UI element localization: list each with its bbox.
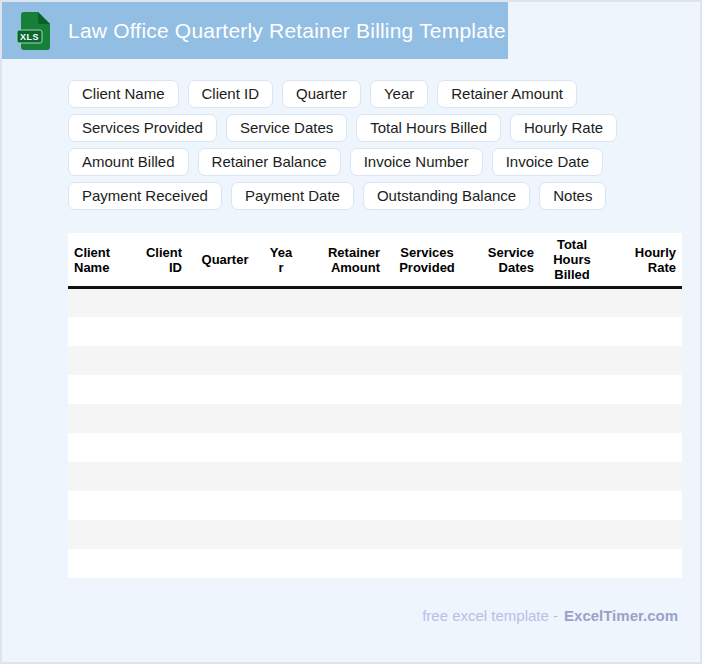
table-cell: [136, 491, 188, 520]
chip-client-id[interactable]: Client ID: [188, 80, 274, 108]
table-cell: [604, 491, 682, 520]
table-cell: [468, 433, 540, 462]
table-row: [68, 317, 682, 346]
table-cell: [540, 375, 604, 404]
table-row: [68, 491, 682, 520]
table-cell: [68, 549, 136, 578]
column-header-services-provided: Services Provided: [386, 233, 468, 288]
table-cell: [188, 491, 262, 520]
table-cell: [68, 404, 136, 433]
table-cell: [262, 491, 300, 520]
table-row: [68, 462, 682, 491]
table-cell: [468, 462, 540, 491]
table-cell: [540, 549, 604, 578]
chip-quarter[interactable]: Quarter: [282, 80, 361, 108]
table-cell: [604, 462, 682, 491]
table-cell: [136, 462, 188, 491]
table-cell: [300, 491, 386, 520]
chip-hourly-rate[interactable]: Hourly Rate: [510, 114, 617, 142]
table-cell: [604, 520, 682, 549]
table-cell: [468, 549, 540, 578]
table-cell: [300, 462, 386, 491]
table-row: [68, 404, 682, 433]
xls-icon-label: XLS: [20, 32, 39, 42]
title-bar: XLS Law Office Quarterly Retainer Billin…: [2, 2, 508, 59]
chip-invoice-date[interactable]: Invoice Date: [492, 148, 603, 176]
table-cell: [300, 317, 386, 346]
table-cell: [386, 288, 468, 317]
footer-text: free excel template -: [422, 607, 558, 624]
column-header-quarter: Quarter: [188, 233, 262, 288]
chip-outstanding-balance[interactable]: Outstanding Balance: [363, 182, 530, 210]
table-row: [68, 375, 682, 404]
column-header-service-dates: Service Dates: [468, 233, 540, 288]
chip-total-hours-billed[interactable]: Total Hours Billed: [356, 114, 501, 142]
table-header: Client NameClient IDQuarterYearRetainer …: [68, 233, 682, 288]
column-header-total-hours-billed: Total Hours Billed: [540, 233, 604, 288]
table-cell: [604, 433, 682, 462]
table-cell: [68, 317, 136, 346]
chip-year[interactable]: Year: [370, 80, 428, 108]
table-cell: [386, 462, 468, 491]
chip-invoice-number[interactable]: Invoice Number: [350, 148, 483, 176]
table-cell: [262, 288, 300, 317]
table-body: [68, 288, 682, 578]
table-cell: [604, 288, 682, 317]
table-cell: [468, 375, 540, 404]
table-cell: [188, 317, 262, 346]
table-row: [68, 520, 682, 549]
table-cell: [540, 288, 604, 317]
table-cell: [68, 433, 136, 462]
table-cell: [468, 491, 540, 520]
table-row: [68, 288, 682, 317]
chip-service-dates[interactable]: Service Dates: [226, 114, 347, 142]
table-cell: [262, 404, 300, 433]
chip-payment-date[interactable]: Payment Date: [231, 182, 354, 210]
table-row: [68, 346, 682, 375]
footer: free excel template -ExcelTimer.com: [422, 607, 678, 624]
chip-notes[interactable]: Notes: [539, 182, 606, 210]
chip-amount-billed[interactable]: Amount Billed: [68, 148, 189, 176]
table-cell: [386, 317, 468, 346]
table-cell: [386, 520, 468, 549]
table-cell: [300, 433, 386, 462]
table-cell: [136, 404, 188, 433]
table-cell: [68, 520, 136, 549]
chip-retainer-amount[interactable]: Retainer Amount: [437, 80, 577, 108]
page-title: Law Office Quarterly Retainer Billing Te…: [68, 19, 506, 43]
table-cell: [136, 520, 188, 549]
column-header-year: Year: [262, 233, 300, 288]
table-cell: [604, 317, 682, 346]
table-cell: [188, 375, 262, 404]
table-cell: [604, 404, 682, 433]
table-cell: [188, 346, 262, 375]
table-cell: [604, 549, 682, 578]
table-cell: [386, 375, 468, 404]
table-cell: [68, 491, 136, 520]
table-cell: [68, 375, 136, 404]
table-cell: [262, 375, 300, 404]
column-header-hourly-rate: Hourly Rate: [604, 233, 682, 288]
table-cell: [188, 520, 262, 549]
chip-payment-received[interactable]: Payment Received: [68, 182, 222, 210]
table-cell: [68, 288, 136, 317]
table-cell: [188, 288, 262, 317]
brand-link[interactable]: ExcelTimer.com: [564, 607, 678, 624]
chip-client-name[interactable]: Client Name: [68, 80, 179, 108]
table-cell: [468, 520, 540, 549]
table-cell: [468, 317, 540, 346]
table-cell: [386, 346, 468, 375]
table-cell: [136, 346, 188, 375]
chip-retainer-balance[interactable]: Retainer Balance: [198, 148, 341, 176]
chip-services-provided[interactable]: Services Provided: [68, 114, 217, 142]
table-cell: [188, 549, 262, 578]
table-cell: [262, 317, 300, 346]
table-cell: [468, 404, 540, 433]
table-header-row: Client NameClient IDQuarterYearRetainer …: [68, 233, 682, 288]
table-cell: [540, 491, 604, 520]
table-cell: [300, 346, 386, 375]
table-cell: [300, 520, 386, 549]
table-cell: [136, 375, 188, 404]
table-row: [68, 433, 682, 462]
table-cell: [604, 346, 682, 375]
